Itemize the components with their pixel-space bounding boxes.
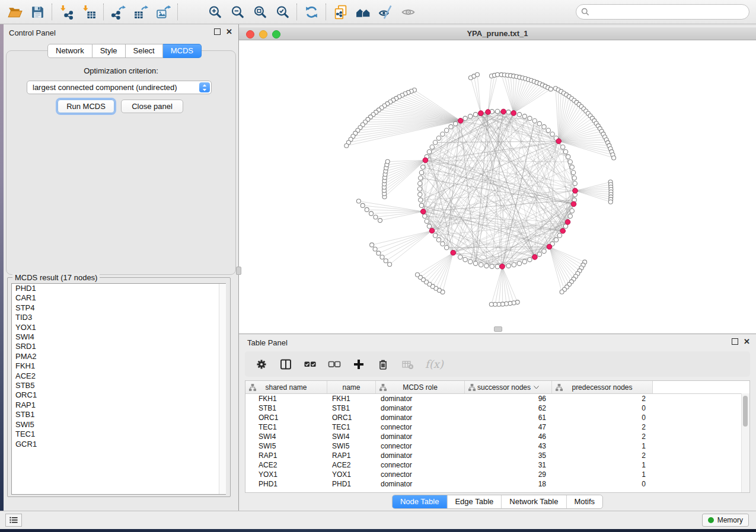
table-body: FKH1FKH1dominator962STB1STB1dominator620… (245, 394, 749, 489)
refresh-button[interactable] (300, 2, 323, 22)
close-panel-button[interactable]: Close panel (121, 100, 183, 113)
delete-table-button[interactable] (401, 358, 414, 371)
mcds-result-item[interactable]: STB1 (12, 410, 225, 419)
network-graph[interactable] (239, 40, 756, 334)
optimization-criterion-select[interactable]: largest connected component (undirected) (27, 81, 212, 94)
tab-style[interactable]: Style (92, 44, 126, 58)
mcds-result-item[interactable]: SRD1 (12, 342, 225, 351)
main-toolbar (0, 0, 756, 24)
tab-edge-table[interactable]: Edge Table (446, 495, 501, 508)
mcds-result-item[interactable]: YOX1 (12, 323, 225, 332)
column-header-predecessor-nodes[interactable]: predecessor nodes (552, 381, 653, 393)
mcds-result-item[interactable]: FKH1 (12, 361, 225, 371)
bird-eye-view-button[interactable] (397, 2, 419, 22)
mcds-result-item[interactable]: STP4 (12, 303, 225, 313)
tab-network-table[interactable]: Network Table (501, 495, 566, 508)
select-all-button[interactable] (304, 358, 317, 371)
table-header-row: shared name name MCDS role successor nod… (245, 381, 749, 394)
table-row[interactable]: ORC1ORC1dominator610 (245, 413, 749, 422)
table-row[interactable]: FKH1FKH1dominator962 (245, 394, 749, 403)
mcds-result-item[interactable]: SWI4 (12, 332, 225, 342)
horizontal-splitter-handle[interactable] (494, 326, 502, 332)
show-hide-details-button[interactable] (374, 2, 397, 22)
table-row[interactable]: SWI5SWI5connector431 (245, 441, 749, 451)
close-window-icon[interactable] (246, 30, 254, 39)
mcds-result-item[interactable]: STB5 (12, 381, 225, 390)
memory-status-icon (708, 517, 714, 523)
open-session-button[interactable] (4, 2, 26, 22)
show-task-history-button[interactable] (5, 514, 22, 527)
tab-motifs[interactable]: Motifs (566, 495, 602, 508)
column-header-name[interactable]: name (327, 381, 376, 393)
mcds-result-item[interactable]: GCR1 (12, 440, 225, 449)
tab-mcds[interactable]: MCDS (163, 44, 202, 58)
split-panel-button[interactable] (279, 358, 292, 371)
network-title-bar[interactable]: YPA_prune.txt_1 (239, 27, 756, 40)
toolbar-separator (177, 4, 178, 20)
save-session-button[interactable] (26, 2, 49, 22)
control-panel-title: Control Panel (9, 28, 56, 37)
zoom-out-icon (230, 5, 245, 20)
close-panel-icon[interactable]: ✕ (226, 29, 232, 34)
table-row[interactable]: ACE2ACE2connector311 (245, 460, 749, 470)
export-image-button[interactable] (152, 2, 174, 22)
mcds-list-scrollbar[interactable] (219, 284, 226, 494)
scrollbar-thumb[interactable] (743, 396, 748, 427)
mcds-result-item[interactable]: PMA2 (12, 352, 225, 361)
close-panel-icon[interactable]: ✕ (744, 339, 750, 344)
import-network-button[interactable] (55, 2, 78, 22)
vertical-splitter-handle[interactable] (236, 267, 241, 275)
table-cell: 1 (552, 461, 653, 469)
column-header-successor-nodes[interactable]: successor nodes (465, 381, 552, 393)
table-row[interactable]: PHD1PHD1dominator180 (245, 479, 749, 489)
column-header-shared-name[interactable]: shared name (245, 381, 327, 393)
mcds-result-item[interactable]: ACE2 (12, 371, 225, 381)
mcds-result-item[interactable]: PHD1 (12, 284, 225, 293)
column-header-mcds-role[interactable]: MCDS role (376, 381, 465, 393)
delete-column-button[interactable] (377, 358, 390, 371)
clone-network-button[interactable] (329, 2, 352, 22)
table-row[interactable]: STB1STB1dominator620 (245, 403, 749, 413)
task-list-icon (9, 516, 18, 524)
mcds-result-item[interactable]: TEC1 (12, 430, 225, 439)
mcds-result-item[interactable]: CAR1 (12, 293, 225, 303)
table-row[interactable]: YOX1YOX1connector291 (245, 470, 749, 479)
network-canvas[interactable] (239, 40, 756, 334)
run-mcds-button[interactable]: Run MCDS (58, 100, 114, 113)
mcds-result-item[interactable]: TID3 (12, 313, 225, 322)
function-builder-button[interactable]: f(x) (425, 358, 444, 370)
zoom-out-button[interactable] (226, 2, 248, 22)
table-cell: 2 (552, 395, 653, 403)
deselect-all-button[interactable] (328, 358, 341, 371)
column-label: successor nodes (477, 383, 531, 392)
table-row[interactable]: SWI4SWI4dominator462 (245, 432, 749, 441)
table-row[interactable]: RAP1RAP1dominator352 (245, 451, 749, 460)
mcds-result-item[interactable]: SWI5 (12, 420, 225, 430)
float-panel-icon[interactable] (214, 28, 221, 35)
table-settings-button[interactable] (255, 358, 268, 371)
export-network-button[interactable] (107, 2, 129, 22)
mcds-result-list[interactable]: PHD1CAR1STP4TID3YOX1SWI4SRD1PMA2FKH1ACE2… (11, 283, 226, 495)
home-networks-button[interactable] (352, 2, 374, 22)
search-icon (581, 8, 589, 16)
sort-chevron-icon (534, 386, 539, 389)
memory-button[interactable]: Memory (702, 514, 749, 527)
table-scrollbar[interactable] (741, 393, 749, 492)
zoom-fit-button[interactable] (248, 2, 271, 22)
tab-network[interactable]: Network (47, 44, 92, 58)
import-table-button[interactable] (78, 2, 100, 22)
table-row[interactable]: TEC1TEC1connector472 (245, 422, 749, 432)
maximize-window-icon[interactable] (272, 30, 280, 39)
tab-node-table[interactable]: Node Table (393, 495, 447, 508)
mcds-result-item[interactable]: ORC1 (12, 390, 225, 400)
float-panel-icon[interactable] (732, 338, 738, 345)
export-table-button[interactable] (129, 2, 152, 22)
toolbar-separator (52, 4, 52, 20)
zoom-in-button[interactable] (203, 2, 226, 22)
search-input[interactable] (576, 4, 749, 20)
add-column-button[interactable] (352, 358, 365, 371)
mcds-result-item[interactable]: RAP1 (12, 400, 225, 410)
zoom-selected-button[interactable] (271, 2, 294, 22)
tab-select[interactable]: Select (126, 44, 163, 58)
minimize-window-icon[interactable] (259, 30, 267, 39)
